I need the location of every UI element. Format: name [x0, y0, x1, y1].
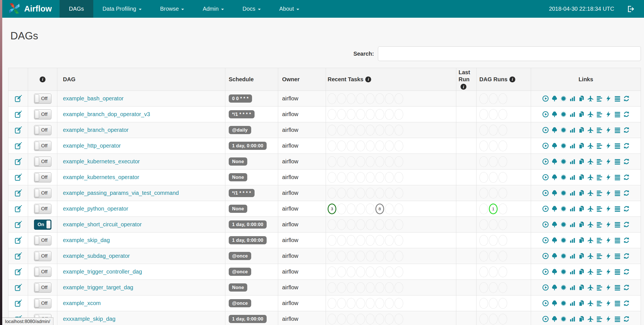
- landing-times-plane-icon[interactable]: [587, 316, 594, 322]
- task-state-circle[interactable]: [337, 282, 346, 293]
- task-tries-pages-icon[interactable]: [578, 158, 585, 165]
- trigger-dag-play-icon[interactable]: [542, 300, 549, 306]
- refresh-icon[interactable]: [623, 127, 630, 133]
- dag-details-list-icon[interactable]: [614, 221, 621, 228]
- dag-pause-toggle[interactable]: Off: [34, 251, 51, 261]
- dag-run-circle[interactable]: [498, 282, 507, 293]
- task-state-circle[interactable]: [394, 267, 403, 277]
- graph-view-sunburst-icon[interactable]: [560, 316, 567, 322]
- task-state-circle[interactable]: [347, 141, 355, 151]
- dag-details-list-icon[interactable]: [614, 174, 621, 180]
- gantt-chart-icon[interactable]: [596, 284, 603, 291]
- dag-pause-toggle[interactable]: Off: [34, 267, 51, 277]
- dag-pause-toggle[interactable]: Off: [34, 204, 51, 214]
- task-state-circle[interactable]: [347, 298, 355, 309]
- task-duration-chart-icon[interactable]: [569, 206, 576, 212]
- task-state-circle[interactable]: [347, 109, 355, 120]
- dag-run-circle[interactable]: [479, 188, 488, 198]
- graph-view-sunburst-icon[interactable]: [560, 237, 567, 243]
- task-state-circle[interactable]: [385, 93, 394, 104]
- task-state-circle[interactable]: [385, 314, 394, 324]
- tree-view-icon[interactable]: [551, 111, 558, 118]
- header-schedule[interactable]: Schedule: [225, 68, 278, 91]
- task-duration-chart-icon[interactable]: [569, 143, 576, 149]
- task-state-circle[interactable]: [328, 141, 336, 151]
- dag-run-circle[interactable]: [489, 93, 498, 104]
- task-state-circle[interactable]: [375, 156, 384, 167]
- dag-run-circle[interactable]: [498, 204, 507, 214]
- graph-view-sunburst-icon[interactable]: [560, 111, 567, 118]
- trigger-dag-play-icon[interactable]: [542, 127, 549, 133]
- graph-view-sunburst-icon[interactable]: [560, 268, 567, 275]
- landing-times-plane-icon[interactable]: [587, 300, 594, 306]
- task-state-circle[interactable]: [375, 109, 384, 120]
- edit-dag-button[interactable]: [14, 236, 22, 244]
- edit-dag-button[interactable]: [14, 220, 22, 229]
- task-state-circle[interactable]: [337, 235, 346, 246]
- dag-name-link[interactable]: example_short_circuit_operator: [63, 221, 142, 228]
- edit-dag-button[interactable]: [14, 157, 22, 166]
- nav-item-docs[interactable]: Docs: [233, 0, 270, 18]
- code-bolt-icon[interactable]: [605, 284, 612, 291]
- gantt-chart-icon[interactable]: [596, 316, 603, 322]
- dag-pause-toggle[interactable]: Off: [34, 125, 51, 135]
- task-state-circle[interactable]: [356, 267, 365, 277]
- dag-name-link[interactable]: example_bash_operator: [63, 95, 124, 102]
- tree-view-icon[interactable]: [551, 143, 558, 149]
- header-owner[interactable]: Owner: [278, 68, 326, 91]
- task-state-circle[interactable]: [375, 219, 384, 230]
- task-state-circle[interactable]: [356, 125, 365, 136]
- gantt-chart-icon[interactable]: [596, 143, 603, 149]
- dag-details-list-icon[interactable]: [614, 316, 621, 322]
- dag-name-link[interactable]: exxxample_skip_dag: [63, 316, 115, 322]
- trigger-dag-play-icon[interactable]: [542, 158, 549, 165]
- landing-times-plane-icon[interactable]: [587, 111, 594, 118]
- graph-view-sunburst-icon[interactable]: [560, 284, 567, 291]
- task-state-circle[interactable]: [337, 267, 346, 277]
- task-state-circle[interactable]: [366, 156, 375, 167]
- dag-run-circle[interactable]: [498, 219, 507, 230]
- task-state-circle[interactable]: [394, 188, 403, 198]
- tree-view-icon[interactable]: [551, 253, 558, 259]
- landing-times-plane-icon[interactable]: [587, 237, 594, 243]
- task-tries-pages-icon[interactable]: [578, 143, 585, 149]
- gantt-chart-icon[interactable]: [596, 158, 603, 165]
- code-bolt-icon[interactable]: [605, 253, 612, 259]
- task-state-circle[interactable]: [337, 298, 346, 309]
- dag-run-circle[interactable]: [498, 93, 507, 104]
- task-state-circle[interactable]: [394, 93, 403, 104]
- task-state-circle[interactable]: [394, 314, 403, 324]
- dag-run-circle[interactable]: [479, 235, 488, 246]
- task-state-circle[interactable]: 3: [328, 204, 336, 214]
- task-state-circle[interactable]: [356, 93, 365, 104]
- landing-times-plane-icon[interactable]: [587, 158, 594, 165]
- task-state-circle[interactable]: [394, 235, 403, 246]
- dag-name-link[interactable]: example_kubernetes_operator: [63, 174, 139, 180]
- dag-name-link[interactable]: example_trigger_target_dag: [63, 284, 133, 291]
- task-state-circle[interactable]: [375, 314, 384, 324]
- task-duration-chart-icon[interactable]: [569, 300, 576, 306]
- dag-pause-toggle[interactable]: Off: [34, 141, 51, 151]
- dag-pause-toggle[interactable]: Off: [34, 172, 51, 182]
- refresh-icon[interactable]: [623, 95, 630, 102]
- task-state-circle[interactable]: [328, 314, 336, 324]
- info-icon[interactable]: i: [509, 76, 515, 82]
- dag-name-link[interactable]: example_python_operator: [63, 206, 128, 212]
- task-state-circle[interactable]: [328, 156, 336, 167]
- dag-name-link[interactable]: example_http_operator: [63, 143, 121, 149]
- refresh-icon[interactable]: [623, 158, 630, 165]
- code-bolt-icon[interactable]: [605, 268, 612, 275]
- task-state-circle[interactable]: [328, 267, 336, 277]
- task-state-circle[interactable]: [366, 314, 375, 324]
- dag-run-circle[interactable]: [489, 141, 498, 151]
- refresh-icon[interactable]: [623, 190, 630, 196]
- dag-run-circle[interactable]: [479, 298, 488, 309]
- task-duration-chart-icon[interactable]: [569, 111, 576, 118]
- task-state-circle[interactable]: [347, 251, 355, 261]
- dag-details-list-icon[interactable]: [614, 237, 621, 243]
- task-state-circle[interactable]: [366, 188, 375, 198]
- task-state-circle[interactable]: [347, 156, 355, 167]
- gantt-chart-icon[interactable]: [596, 221, 603, 228]
- dag-run-circle[interactable]: [479, 172, 488, 183]
- nav-item-admin[interactable]: Admin: [193, 0, 233, 18]
